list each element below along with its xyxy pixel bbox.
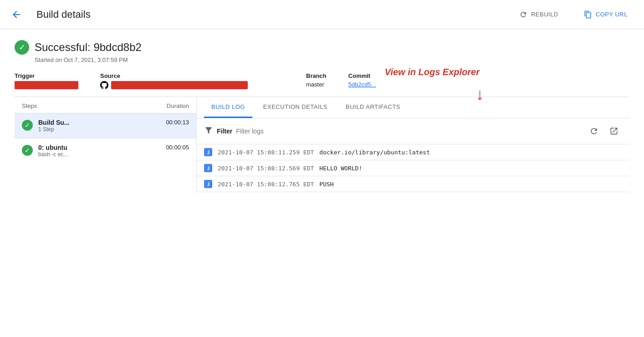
source-label: Source — [100, 72, 248, 79]
log-badge-0: i — [204, 148, 212, 156]
steps-header: Steps Duration — [15, 97, 196, 113]
log-message-1: HELLO WORLD! — [319, 165, 362, 172]
back-button[interactable] — [11, 9, 22, 20]
step-item-1[interactable]: ✓ 0: ubuntu bash -c ec... 00:00:05 — [15, 138, 196, 163]
log-message-0: docker.io/library/ubuntu:latest — [319, 149, 430, 156]
log-badge-1: i — [204, 164, 212, 172]
steps-panel: Steps Duration ✓ Build Su... 1 Step 00:0… — [15, 97, 197, 192]
commit-value[interactable]: 5db2cd5... — [348, 81, 376, 88]
filter-input[interactable] — [236, 128, 582, 135]
branch-value: master — [306, 81, 327, 88]
open-external-button[interactable] — [606, 123, 622, 139]
step-1-duration: 00:00:05 — [166, 144, 189, 151]
trigger-value — [15, 81, 78, 89]
step-1-name: 0: ubuntu — [38, 144, 160, 151]
log-entry-2: i 2021-10-07 15:08:12.765 EDT PUSH — [197, 176, 629, 192]
log-timestamp-2: 2021-10-07 15:08:12.765 EDT — [218, 181, 314, 188]
trigger-label: Trigger — [15, 72, 78, 79]
tab-execution-details[interactable]: EXECUTION DETAILS — [256, 97, 335, 118]
rebuild-button[interactable]: REBUILD — [514, 7, 564, 22]
source-col: Source — [100, 72, 248, 89]
source-value — [111, 81, 248, 89]
step-0-name: Build Su... — [38, 119, 160, 126]
build-status: ✓ Successful: 9bdcd8b2 — [15, 40, 629, 55]
tab-build-log[interactable]: BUILD LOG — [204, 97, 252, 118]
refresh-log-button[interactable] — [586, 123, 602, 139]
log-entry-0: i 2021-10-07 15:08:11.259 EDT docker.io/… — [197, 144, 629, 160]
header: Build details REBUILD COPY URL — [0, 0, 644, 29]
trigger-col: Trigger — [15, 72, 78, 89]
page-title: Build details — [36, 9, 499, 20]
tabs: BUILD LOG EXECUTION DETAILS BUILD ARTIFA… — [197, 97, 629, 118]
annotation-arrow: ↓ — [476, 86, 484, 102]
step-0-info: Build Su... 1 Step — [38, 119, 160, 133]
github-icon — [100, 81, 108, 89]
log-message-2: PUSH — [319, 181, 333, 188]
copy-url-button[interactable]: COPY URL — [578, 7, 633, 22]
commit-label: Commit — [348, 72, 376, 79]
step-0-sub: 1 Step — [38, 126, 160, 133]
step-1-info: 0: ubuntu bash -c ec... — [38, 144, 160, 158]
log-badge-2: i — [204, 180, 212, 188]
rebuild-icon — [519, 10, 527, 19]
copy-url-label: COPY URL — [596, 11, 628, 18]
log-entries: i 2021-10-07 15:08:11.259 EDT docker.io/… — [197, 144, 629, 192]
step-0-success-icon: ✓ — [22, 120, 33, 131]
step-1-success-icon: ✓ — [22, 145, 33, 156]
meta-row: Trigger Source Branch master Commit 5db2… — [15, 72, 629, 89]
success-icon: ✓ — [15, 40, 29, 55]
content-area: ✓ Successful: 9bdcd8b2 Started on Oct 7,… — [0, 29, 644, 203]
right-panel: BUILD LOG EXECUTION DETAILS BUILD ARTIFA… — [197, 97, 629, 192]
filter-label: Filter — [217, 128, 232, 135]
rebuild-label: REBUILD — [531, 11, 558, 18]
build-status-title: Successful: 9bdcd8b2 — [35, 41, 142, 54]
build-started: Started on Oct 7, 2021, 3:07:59 PM — [35, 56, 629, 63]
steps-label: Steps — [22, 102, 37, 109]
step-item-0[interactable]: ✓ Build Su... 1 Step 00:00:13 — [15, 113, 196, 138]
log-toolbar: Filter — [197, 118, 629, 144]
log-entry-1: i 2021-10-07 15:08:12.569 EDT HELLO WORL… — [197, 160, 629, 176]
filter-icon — [204, 126, 213, 137]
log-timestamp-1: 2021-10-07 15:08:12.569 EDT — [218, 165, 314, 172]
step-0-duration: 00:00:13 — [166, 119, 189, 126]
source-row — [100, 81, 248, 89]
log-timestamp-0: 2021-10-07 15:08:11.259 EDT — [218, 149, 314, 156]
main-layout: Steps Duration ✓ Build Su... 1 Step 00:0… — [15, 97, 629, 192]
duration-label: Duration — [167, 102, 189, 109]
copy-url-icon — [584, 10, 592, 19]
tab-build-artifacts[interactable]: BUILD ARTIFACTS — [338, 97, 408, 118]
branch-col: Branch master — [306, 72, 327, 88]
branch-label: Branch — [306, 72, 327, 79]
step-1-sub: bash -c ec... — [38, 151, 160, 158]
logs-explorer-annotation: View in Logs Explorer — [385, 67, 480, 77]
commit-col: Commit 5db2cd5... View in Logs Explorer … — [348, 72, 376, 88]
